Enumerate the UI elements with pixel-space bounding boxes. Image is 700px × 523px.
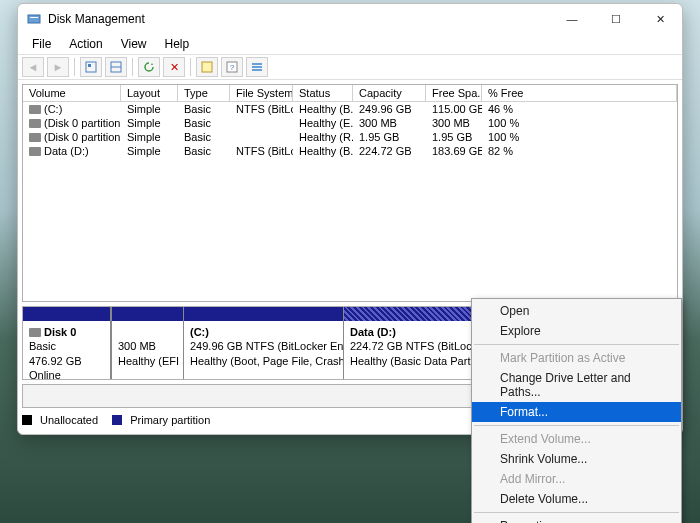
col-layout[interactable]: Layout [121, 85, 178, 101]
ctx-explore[interactable]: Explore [472, 321, 681, 341]
disk-name: Disk 0 [44, 326, 76, 338]
table-row[interactable]: (Disk 0 partition 1)SimpleBasicHealthy (… [23, 116, 677, 130]
help-button[interactable]: ? [221, 57, 243, 77]
col-filesystem[interactable]: File System [230, 85, 293, 101]
svg-text:?: ? [230, 63, 235, 72]
disk-type: Basic [29, 340, 56, 352]
ctx-mirror: Add Mirror... [472, 469, 681, 489]
disk-status: Online [29, 369, 61, 381]
disk-icon [29, 328, 41, 337]
ctx-extend: Extend Volume... [472, 429, 681, 449]
col-pctfree[interactable]: % Free [482, 85, 677, 101]
properties-button[interactable] [196, 57, 218, 77]
svg-rect-11 [252, 69, 262, 71]
col-status[interactable]: Status [293, 85, 353, 101]
app-icon [26, 11, 42, 27]
table-row[interactable]: (Disk 0 partition 5)SimpleBasicHealthy (… [23, 130, 677, 144]
legend-unalloc: Unallocated [40, 414, 98, 426]
svg-rect-6 [202, 62, 212, 72]
svg-rect-1 [30, 17, 38, 18]
disk-label[interactable]: Disk 0 Basic 476.92 GB Online [23, 307, 111, 379]
window-title: Disk Management [48, 12, 145, 26]
legend-primary: Primary partition [130, 414, 210, 426]
col-capacity[interactable]: Capacity [353, 85, 426, 101]
ctx-properties[interactable]: Properties [472, 516, 681, 523]
close-button[interactable]: ✕ [638, 4, 682, 34]
ctx-change-letter[interactable]: Change Drive Letter and Paths... [472, 368, 681, 402]
table-row[interactable]: (C:)SimpleBasicNTFS (BitLoc...Healthy (B… [23, 102, 677, 116]
menu-view[interactable]: View [113, 36, 155, 52]
toolbar: ◄ ► ✕ ? [18, 54, 682, 80]
svg-rect-10 [252, 66, 262, 68]
menu-action[interactable]: Action [61, 36, 110, 52]
column-headers: Volume Layout Type File System Status Ca… [23, 85, 677, 102]
disk-size: 476.92 GB [29, 355, 82, 367]
context-menu: Open Explore Mark Partition as Active Ch… [471, 298, 682, 523]
primary-swatch [112, 415, 122, 425]
ctx-shrink[interactable]: Shrink Volume... [472, 449, 681, 469]
menu-file[interactable]: File [24, 36, 59, 52]
partition-c[interactable]: (C:)249.96 GB NTFS (BitLocker EncryptedH… [183, 307, 343, 379]
svg-rect-3 [88, 64, 91, 67]
volume-list: Volume Layout Type File System Status Ca… [22, 84, 678, 302]
tool-a[interactable] [80, 57, 102, 77]
menubar: File Action View Help [18, 34, 682, 54]
menu-help[interactable]: Help [157, 36, 198, 52]
col-freespace[interactable]: Free Spa... [426, 85, 482, 101]
svg-rect-9 [252, 63, 262, 65]
table-row[interactable]: Data (D:)SimpleBasicNTFS (BitLoc...Healt… [23, 144, 677, 158]
ctx-format[interactable]: Format... [472, 402, 681, 422]
tool-b[interactable] [105, 57, 127, 77]
list-view-button[interactable] [246, 57, 268, 77]
svg-rect-0 [28, 15, 40, 23]
partition-efi[interactable]: 300 MBHealthy (EFI Sy: [111, 307, 183, 379]
unallocated-swatch [22, 415, 32, 425]
ctx-delete[interactable]: Delete Volume... [472, 489, 681, 509]
ctx-mark-active: Mark Partition as Active [472, 348, 681, 368]
forward-button[interactable]: ► [47, 57, 69, 77]
ctx-open[interactable]: Open [472, 301, 681, 321]
col-volume[interactable]: Volume [23, 85, 121, 101]
back-button[interactable]: ◄ [22, 57, 44, 77]
minimize-button[interactable]: ― [550, 4, 594, 34]
titlebar[interactable]: Disk Management ― ☐ ✕ [18, 4, 682, 34]
delete-button[interactable]: ✕ [163, 57, 185, 77]
col-type[interactable]: Type [178, 85, 230, 101]
refresh-button[interactable] [138, 57, 160, 77]
maximize-button[interactable]: ☐ [594, 4, 638, 34]
